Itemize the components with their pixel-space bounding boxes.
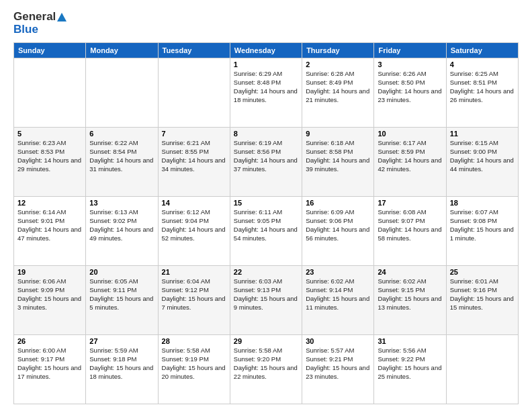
day-number-16: 16 bbox=[306, 199, 370, 207]
calendar-cell-6: 6Sunrise: 6:22 AM Sunset: 8:54 PM Daylig… bbox=[86, 128, 158, 197]
calendar-cell-4: 4Sunrise: 6:25 AM Sunset: 8:51 PM Daylig… bbox=[446, 58, 518, 128]
day-info-12: Sunrise: 6:14 AM Sunset: 9:01 PM Dayligh… bbox=[17, 208, 82, 242]
day-info-2: Sunrise: 6:28 AM Sunset: 8:49 PM Dayligh… bbox=[306, 70, 370, 104]
day-info-8: Sunrise: 6:19 AM Sunset: 8:56 PM Dayligh… bbox=[234, 139, 298, 173]
day-number-5: 5 bbox=[17, 130, 82, 138]
day-info-1: Sunrise: 6:29 AM Sunset: 8:48 PM Dayligh… bbox=[234, 70, 298, 104]
day-number-30: 30 bbox=[306, 337, 370, 345]
day-info-3: Sunrise: 6:26 AM Sunset: 8:50 PM Dayligh… bbox=[378, 70, 442, 104]
day-info-4: Sunrise: 6:25 AM Sunset: 8:51 PM Dayligh… bbox=[450, 70, 515, 104]
day-number-8: 8 bbox=[234, 130, 298, 138]
day-info-24: Sunrise: 6:02 AM Sunset: 9:15 PM Dayligh… bbox=[378, 277, 442, 312]
day-number-9: 9 bbox=[306, 130, 370, 138]
calendar-cell-17: 17Sunrise: 6:08 AM Sunset: 9:07 PM Dayli… bbox=[374, 197, 446, 266]
calendar-cell-22: 22Sunrise: 6:03 AM Sunset: 9:13 PM Dayli… bbox=[230, 266, 302, 335]
calendar-cell-11: 11Sunrise: 6:15 AM Sunset: 9:00 PM Dayli… bbox=[446, 128, 518, 197]
calendar-cell-30: 30Sunrise: 5:57 AM Sunset: 9:21 PM Dayli… bbox=[302, 335, 374, 404]
logo: General Blue bbox=[13, 11, 67, 36]
calendar-cell-21: 21Sunrise: 6:04 AM Sunset: 9:12 PM Dayli… bbox=[158, 266, 230, 335]
calendar-cell-2: 2Sunrise: 6:28 AM Sunset: 8:49 PM Daylig… bbox=[302, 58, 374, 128]
col-header-friday: Friday bbox=[374, 43, 446, 58]
calendar-week-4: 19Sunrise: 6:06 AM Sunset: 9:09 PM Dayli… bbox=[14, 266, 519, 335]
calendar-week-3: 12Sunrise: 6:14 AM Sunset: 9:01 PM Dayli… bbox=[14, 197, 519, 266]
day-number-2: 2 bbox=[306, 60, 370, 68]
day-number-31: 31 bbox=[378, 337, 442, 345]
col-header-monday: Monday bbox=[86, 43, 158, 58]
calendar-cell-1: 1Sunrise: 6:29 AM Sunset: 8:48 PM Daylig… bbox=[230, 58, 302, 128]
day-info-22: Sunrise: 6:03 AM Sunset: 9:13 PM Dayligh… bbox=[234, 277, 298, 312]
logo-gen: General bbox=[13, 10, 56, 23]
day-number-28: 28 bbox=[162, 337, 226, 345]
col-header-saturday: Saturday bbox=[446, 43, 518, 58]
calendar-cell-28: 28Sunrise: 5:58 AM Sunset: 9:19 PM Dayli… bbox=[158, 335, 230, 404]
day-number-1: 1 bbox=[234, 60, 298, 68]
calendar-cell-27: 27Sunrise: 5:59 AM Sunset: 9:18 PM Dayli… bbox=[86, 335, 158, 404]
calendar-table: SundayMondayTuesdayWednesdayThursdayFrid… bbox=[13, 42, 519, 404]
day-info-29: Sunrise: 5:58 AM Sunset: 9:20 PM Dayligh… bbox=[234, 347, 298, 381]
day-number-23: 23 bbox=[306, 268, 370, 276]
day-number-20: 20 bbox=[89, 268, 154, 276]
day-number-18: 18 bbox=[450, 199, 515, 207]
calendar-cell-19: 19Sunrise: 6:06 AM Sunset: 9:09 PM Dayli… bbox=[14, 266, 86, 335]
day-number-22: 22 bbox=[234, 268, 298, 276]
day-number-13: 13 bbox=[89, 199, 154, 207]
logo-name: General Blue bbox=[13, 11, 67, 36]
calendar-cell-15: 15Sunrise: 6:11 AM Sunset: 9:05 PM Dayli… bbox=[230, 197, 302, 266]
calendar-cell-24: 24Sunrise: 6:02 AM Sunset: 9:15 PM Dayli… bbox=[374, 266, 446, 335]
calendar-cell-7: 7Sunrise: 6:21 AM Sunset: 8:55 PM Daylig… bbox=[158, 128, 230, 197]
day-number-12: 12 bbox=[17, 199, 82, 207]
day-number-29: 29 bbox=[234, 337, 298, 345]
day-info-6: Sunrise: 6:22 AM Sunset: 8:54 PM Dayligh… bbox=[89, 139, 154, 173]
col-header-wednesday: Wednesday bbox=[230, 43, 302, 58]
calendar-cell-31: 31Sunrise: 5:56 AM Sunset: 9:22 PM Dayli… bbox=[374, 335, 446, 404]
day-number-19: 19 bbox=[17, 268, 82, 276]
day-number-15: 15 bbox=[234, 199, 298, 207]
calendar-cell-20: 20Sunrise: 6:05 AM Sunset: 9:11 PM Dayli… bbox=[86, 266, 158, 335]
day-number-10: 10 bbox=[378, 130, 442, 138]
calendar-cell-10: 10Sunrise: 6:17 AM Sunset: 8:59 PM Dayli… bbox=[374, 128, 446, 197]
day-info-27: Sunrise: 5:59 AM Sunset: 9:18 PM Dayligh… bbox=[89, 347, 154, 381]
calendar-cell-23: 23Sunrise: 6:02 AM Sunset: 9:14 PM Dayli… bbox=[302, 266, 374, 335]
calendar-cell-25: 25Sunrise: 6:01 AM Sunset: 9:16 PM Dayli… bbox=[446, 266, 518, 335]
day-number-26: 26 bbox=[17, 337, 82, 345]
calendar-cell-empty bbox=[14, 58, 86, 128]
calendar-cell-12: 12Sunrise: 6:14 AM Sunset: 9:01 PM Dayli… bbox=[14, 197, 86, 266]
day-number-14: 14 bbox=[162, 199, 226, 207]
calendar-header-row: SundayMondayTuesdayWednesdayThursdayFrid… bbox=[14, 43, 519, 58]
col-header-sunday: Sunday bbox=[14, 43, 86, 58]
day-info-11: Sunrise: 6:15 AM Sunset: 9:00 PM Dayligh… bbox=[450, 139, 515, 173]
logo-blue-label: Blue bbox=[13, 23, 38, 36]
logo-combined: General Blue bbox=[13, 11, 67, 36]
day-info-9: Sunrise: 6:18 AM Sunset: 8:58 PM Dayligh… bbox=[306, 139, 370, 173]
calendar-cell-9: 9Sunrise: 6:18 AM Sunset: 8:58 PM Daylig… bbox=[302, 128, 374, 197]
calendar-cell-26: 26Sunrise: 6:00 AM Sunset: 9:17 PM Dayli… bbox=[14, 335, 86, 404]
calendar-cell-13: 13Sunrise: 6:13 AM Sunset: 9:02 PM Dayli… bbox=[86, 197, 158, 266]
day-number-11: 11 bbox=[450, 130, 515, 138]
day-info-20: Sunrise: 6:05 AM Sunset: 9:11 PM Dayligh… bbox=[89, 277, 154, 312]
day-number-3: 3 bbox=[378, 60, 442, 68]
calendar-cell-14: 14Sunrise: 6:12 AM Sunset: 9:04 PM Dayli… bbox=[158, 197, 230, 266]
day-number-7: 7 bbox=[162, 130, 226, 138]
day-info-13: Sunrise: 6:13 AM Sunset: 9:02 PM Dayligh… bbox=[89, 208, 154, 242]
col-header-thursday: Thursday bbox=[302, 43, 374, 58]
day-info-23: Sunrise: 6:02 AM Sunset: 9:14 PM Dayligh… bbox=[306, 277, 370, 312]
day-info-28: Sunrise: 5:58 AM Sunset: 9:19 PM Dayligh… bbox=[162, 347, 226, 381]
day-number-27: 27 bbox=[89, 337, 154, 345]
svg-marker-0 bbox=[57, 13, 66, 21]
day-number-4: 4 bbox=[450, 60, 515, 68]
calendar-cell-empty bbox=[86, 58, 158, 128]
day-info-30: Sunrise: 5:57 AM Sunset: 9:21 PM Dayligh… bbox=[306, 347, 370, 381]
day-info-5: Sunrise: 6:23 AM Sunset: 8:53 PM Dayligh… bbox=[17, 139, 82, 173]
day-number-25: 25 bbox=[450, 268, 515, 276]
day-info-18: Sunrise: 6:07 AM Sunset: 9:08 PM Dayligh… bbox=[450, 208, 515, 242]
day-info-25: Sunrise: 6:01 AM Sunset: 9:16 PM Dayligh… bbox=[450, 277, 515, 312]
calendar-week-2: 5Sunrise: 6:23 AM Sunset: 8:53 PM Daylig… bbox=[14, 128, 519, 197]
calendar-cell-16: 16Sunrise: 6:09 AM Sunset: 9:06 PM Dayli… bbox=[302, 197, 374, 266]
day-info-21: Sunrise: 6:04 AM Sunset: 9:12 PM Dayligh… bbox=[162, 277, 226, 312]
calendar-week-1: 1Sunrise: 6:29 AM Sunset: 8:48 PM Daylig… bbox=[14, 58, 519, 128]
day-info-31: Sunrise: 5:56 AM Sunset: 9:22 PM Dayligh… bbox=[378, 347, 442, 381]
col-header-tuesday: Tuesday bbox=[158, 43, 230, 58]
calendar-cell-empty bbox=[158, 58, 230, 128]
day-info-10: Sunrise: 6:17 AM Sunset: 8:59 PM Dayligh… bbox=[378, 139, 442, 173]
day-info-7: Sunrise: 6:21 AM Sunset: 8:55 PM Dayligh… bbox=[162, 139, 226, 173]
